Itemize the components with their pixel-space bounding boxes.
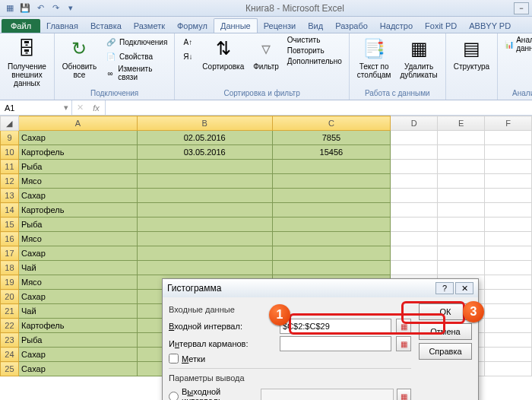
cell[interactable] xyxy=(272,203,391,217)
cell[interactable]: Рыба xyxy=(18,333,137,348)
outline-button[interactable]: ▤ Структура xyxy=(451,35,492,72)
cell[interactable] xyxy=(137,174,272,189)
cell[interactable] xyxy=(391,145,438,160)
qat-dropdown-icon[interactable]: ▾ xyxy=(64,2,78,15)
cell[interactable] xyxy=(438,261,485,275)
sort-asc-button[interactable]: A↑ xyxy=(179,35,196,49)
cancel-button[interactable]: Отмена xyxy=(419,323,472,340)
cell[interactable]: 7855 xyxy=(272,131,391,145)
table-row[interactable]: 9Сахар02.05.20167855 xyxy=(1,131,532,145)
cell[interactable]: 15456 xyxy=(272,145,391,160)
cell[interactable] xyxy=(485,217,532,232)
tab-review[interactable]: Рецензи xyxy=(258,19,302,33)
cell[interactable] xyxy=(485,145,532,160)
cell[interactable]: Рыба xyxy=(18,160,137,174)
cell[interactable] xyxy=(485,362,532,376)
cell[interactable] xyxy=(438,246,485,261)
cell[interactable] xyxy=(137,203,272,217)
row-header[interactable]: 17 xyxy=(1,246,19,261)
row-header[interactable]: 14 xyxy=(1,203,19,217)
worksheet-grid[interactable]: ◢ A B C D E F 9Сахар02.05.2016785510Карт… xyxy=(0,116,532,376)
fx-icon[interactable]: fx xyxy=(87,100,106,115)
cell[interactable] xyxy=(438,145,485,160)
clear-filter-button[interactable]: Очистить xyxy=(285,35,344,45)
cell[interactable] xyxy=(391,246,438,261)
row-header[interactable]: 20 xyxy=(1,290,19,304)
dialog-titlebar[interactable]: Гистограмма ? ✕ xyxy=(163,279,478,297)
cell[interactable] xyxy=(137,217,272,232)
help-button[interactable]: ? xyxy=(435,282,454,294)
tab-home[interactable]: Главная xyxy=(40,19,84,33)
table-row[interactable]: 14Картофель xyxy=(1,203,532,217)
tab-view[interactable]: Вид xyxy=(302,19,329,33)
tab-addins[interactable]: Надстро xyxy=(374,19,419,33)
tab-foxit[interactable]: Foxit PD xyxy=(419,19,463,33)
cell[interactable] xyxy=(272,189,391,203)
cell[interactable]: Сахар xyxy=(18,362,137,376)
tab-formulas[interactable]: Формул xyxy=(171,19,214,33)
cell[interactable] xyxy=(438,174,485,189)
undo-icon[interactable]: ↶ xyxy=(33,2,47,15)
name-box-dropdown-icon[interactable]: ▾ xyxy=(64,103,68,113)
data-analysis-button[interactable]: 📊Анализ данных xyxy=(502,35,532,53)
col-header-c[interactable]: C xyxy=(272,116,391,131)
input-range-field[interactable] xyxy=(280,319,391,334)
cell[interactable] xyxy=(485,131,532,145)
cell[interactable] xyxy=(485,290,532,304)
cell[interactable] xyxy=(485,333,532,348)
cell[interactable] xyxy=(137,246,272,261)
cell[interactable] xyxy=(272,246,391,261)
reapply-button[interactable]: Повторить xyxy=(285,46,344,56)
cell[interactable] xyxy=(485,160,532,174)
col-header-a[interactable]: A xyxy=(18,116,137,131)
cell[interactable] xyxy=(485,203,532,217)
row-header[interactable]: 13 xyxy=(1,189,19,203)
row-header[interactable]: 21 xyxy=(1,304,19,319)
cell[interactable] xyxy=(438,160,485,174)
cell[interactable] xyxy=(485,232,532,246)
cell[interactable] xyxy=(272,261,391,275)
output-range-ref-button[interactable]: ▦ xyxy=(397,389,411,400)
cell[interactable] xyxy=(485,261,532,275)
cell[interactable]: Картофель xyxy=(18,203,137,217)
cell[interactable]: 03.05.2016 xyxy=(137,145,272,160)
bin-range-field[interactable] xyxy=(280,336,391,351)
row-header[interactable]: 15 xyxy=(1,217,19,232)
cell[interactable] xyxy=(438,217,485,232)
redo-icon[interactable]: ↷ xyxy=(49,2,62,15)
table-row[interactable]: 16Мясо xyxy=(1,232,532,246)
sort-button[interactable]: ⇅ Сортировка xyxy=(199,35,247,72)
cell[interactable] xyxy=(137,160,272,174)
cell[interactable] xyxy=(391,174,438,189)
row-header[interactable]: 24 xyxy=(1,348,19,362)
cell[interactable] xyxy=(438,203,485,217)
bin-range-ref-button[interactable]: ▦ xyxy=(396,336,411,351)
refresh-all-button[interactable]: ↻ Обновить все xyxy=(59,35,100,81)
select-all[interactable]: ◢ xyxy=(1,116,19,131)
cell[interactable] xyxy=(485,174,532,189)
cell[interactable]: Рыба xyxy=(18,217,137,232)
cell[interactable] xyxy=(391,160,438,174)
remove-duplicates-button[interactable]: ▦ Удалить дубликаты xyxy=(397,35,440,81)
col-header-b[interactable]: B xyxy=(137,116,272,131)
cell[interactable] xyxy=(391,189,438,203)
row-header[interactable]: 23 xyxy=(1,333,19,348)
col-header-f[interactable]: F xyxy=(485,116,532,131)
cell[interactable]: Сахар xyxy=(18,246,137,261)
input-range-ref-button[interactable]: ▦ xyxy=(396,319,411,334)
cell[interactable] xyxy=(272,232,391,246)
minimize-button[interactable]: － xyxy=(514,2,529,14)
cell[interactable] xyxy=(485,189,532,203)
cell[interactable]: Мясо xyxy=(18,232,137,246)
col-header-e[interactable]: E xyxy=(438,116,485,131)
cell[interactable]: Мясо xyxy=(18,275,137,290)
get-external-data-button[interactable]: 🗄 Получение внешних данных xyxy=(5,35,49,89)
cell[interactable] xyxy=(272,217,391,232)
properties-button[interactable]: 📄Свойства xyxy=(103,49,169,63)
row-header[interactable]: 12 xyxy=(1,174,19,189)
cell[interactable] xyxy=(137,261,272,275)
table-row[interactable]: 17Сахар xyxy=(1,246,532,261)
cell[interactable] xyxy=(272,174,391,189)
table-row[interactable]: 11Рыба xyxy=(1,160,532,174)
cell[interactable] xyxy=(137,189,272,203)
